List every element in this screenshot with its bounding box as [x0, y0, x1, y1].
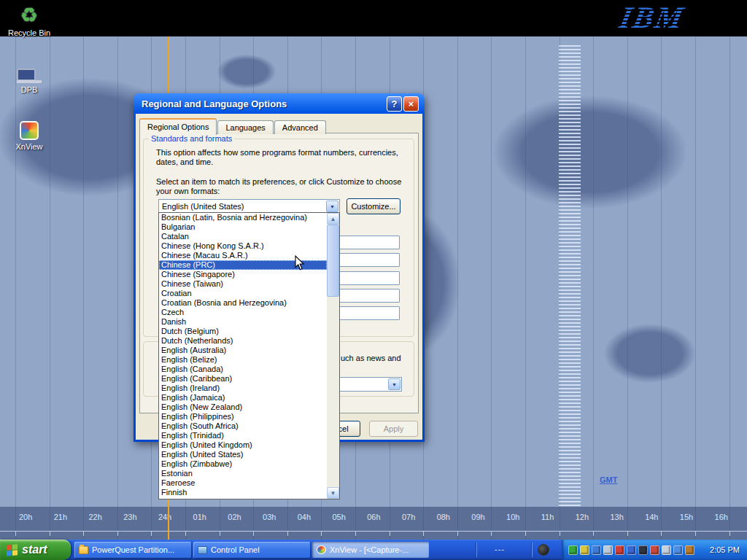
help-button[interactable]: ?: [387, 96, 402, 112]
language-option[interactable]: Bulgarian: [159, 222, 327, 232]
language-option[interactable]: Danish: [159, 317, 327, 327]
laptop-icon: [3, 60, 55, 83]
apply-button[interactable]: Apply: [369, 421, 418, 437]
location-text-fragment: uch as news and: [341, 354, 401, 363]
standards-instruction: Select an item to match its preferences,…: [156, 177, 411, 196]
scrollbar-thumb[interactable]: [327, 225, 339, 297]
tab-strip: Regional Options Languages Advanced: [139, 118, 327, 134]
close-button[interactable]: ×: [403, 96, 419, 112]
gmt-label: GMT: [600, 475, 617, 484]
language-option[interactable]: Czech: [159, 308, 327, 317]
dialog-titlebar[interactable]: Regional and Language Options ? ×: [136, 93, 422, 114]
shield-icon[interactable]: [568, 545, 578, 555]
language-option[interactable]: Estonian: [159, 469, 327, 478]
xnview-icon: [317, 545, 326, 554]
language-option[interactable]: Faeroese: [159, 478, 327, 488]
language-option[interactable]: English (Jamaica): [159, 393, 327, 402]
security-alert-icon[interactable]: [592, 545, 601, 555]
timezone-label: 22h: [88, 513, 101, 521]
recycle-bin-icon: ♻: [20, 4, 38, 26]
taskbar-button-label: XnView - [<Capture-...: [330, 545, 409, 554]
mouse-cursor: [295, 255, 305, 274]
taskbar-buttons: PowerQuest Partition...Control PanelXnVi…: [74, 542, 429, 558]
taskbar-button[interactable]: XnView - [<Capture-...: [312, 542, 429, 558]
timezone-label: 13h: [610, 513, 623, 521]
taskbar-clock[interactable]: 2:05 PM: [710, 545, 747, 554]
chevron-down-icon[interactable]: ▼: [388, 378, 400, 390]
language-option[interactable]: English (United States): [159, 450, 327, 459]
customize-button[interactable]: Customize...: [347, 198, 400, 214]
desktop-icon-recycle-bin[interactable]: ♻ Recycle Bin: [3, 3, 55, 37]
taskbar-button[interactable]: Control Panel: [193, 542, 310, 558]
language-option[interactable]: Finnish: [159, 488, 327, 497]
taskbar-segment-label[interactable]: ---: [495, 545, 505, 553]
update-icon[interactable]: [615, 545, 624, 555]
timezone-ticks: [0, 531, 747, 536]
language-option[interactable]: Catalan: [159, 232, 327, 241]
desktop-icon-label: Recycle Bin: [3, 28, 55, 37]
help-icon: ?: [392, 98, 398, 109]
date-line-hatch: [559, 45, 581, 507]
language-option[interactable]: English (Zimbabwe): [159, 459, 327, 469]
volume-icon[interactable]: [662, 545, 671, 555]
timezone-label: 01h: [193, 513, 206, 521]
timezone-label: 11h: [541, 513, 554, 521]
language-option[interactable]: English (United Kingdom): [159, 440, 327, 450]
close-icon: ×: [409, 98, 414, 109]
ibm-logo: IBM: [616, 0, 688, 35]
network-icon[interactable]: [627, 545, 636, 555]
timezone-label: 09h: [471, 513, 484, 521]
taskbar-tool-icon[interactable]: [538, 544, 549, 556]
language-option[interactable]: English (Philippines): [159, 412, 327, 421]
start-button-label: start: [22, 543, 47, 556]
taskbar-button-label: Control Panel: [211, 545, 260, 554]
language-option[interactable]: Dutch (Netherlands): [159, 336, 327, 346]
task-manager-icon[interactable]: [638, 545, 648, 555]
language-dropdown-list: Bosnian (Latin, Bosnia and Herzegovina)B…: [158, 212, 340, 499]
sync-icon[interactable]: [673, 545, 683, 555]
start-button[interactable]: start: [0, 540, 71, 560]
timezone-band: 20h21h22h23h24h01h02h03h04h05h06h07h08h0…: [0, 507, 747, 540]
control-panel-icon: [198, 546, 207, 554]
language-option[interactable]: English (Belize): [159, 355, 327, 365]
message-icon[interactable]: [650, 545, 659, 555]
tab-advanced[interactable]: Advanced: [274, 120, 326, 134]
folder-icon: [79, 546, 88, 554]
chevron-down-icon[interactable]: ▼: [326, 201, 338, 212]
scroll-down-icon[interactable]: ▼: [327, 487, 339, 499]
language-option[interactable]: English (South Africa): [159, 421, 327, 431]
timezone-label: 07h: [402, 513, 415, 521]
timezone-label: 02h: [228, 513, 241, 521]
language-option[interactable]: Dutch (Belgium): [159, 327, 327, 336]
timezone-label: 15h: [680, 513, 693, 521]
format-combobox-value: English (United States): [159, 202, 325, 211]
language-option[interactable]: English (Ireland): [159, 384, 327, 393]
power-icon[interactable]: [685, 545, 694, 555]
timezone-label: 24h: [158, 513, 171, 521]
desktop-icon-xnview[interactable]: XnView: [3, 117, 55, 151]
language-option[interactable]: English (Trinidad): [159, 431, 327, 440]
desktop-icon-label: XnView: [3, 142, 55, 151]
language-option[interactable]: Croatian: [159, 289, 327, 298]
tab-languages[interactable]: Languages: [217, 120, 273, 134]
timezone-label: 04h: [298, 513, 311, 521]
timezone-label: 06h: [367, 513, 380, 521]
list-scrollbar[interactable]: ▲ ▼: [327, 213, 339, 499]
language-option[interactable]: English (Caribbean): [159, 374, 327, 384]
system-tray: 2:05 PM: [562, 540, 747, 560]
language-option[interactable]: English (Canada): [159, 365, 327, 374]
taskbar-button[interactable]: PowerQuest Partition...: [74, 542, 191, 558]
language-option[interactable]: Chinese (Taiwan): [159, 279, 327, 289]
desktop-icon-dpb[interactable]: DPB: [3, 60, 55, 94]
language-option[interactable]: Croatian (Bosnia and Herzegovina): [159, 298, 327, 308]
display-icon[interactable]: [603, 545, 613, 555]
scroll-up-icon[interactable]: ▲: [327, 213, 339, 225]
language-option[interactable]: Bosnian (Latin, Bosnia and Herzegovina): [159, 213, 327, 222]
language-option[interactable]: English (New Zealand): [159, 402, 327, 412]
standards-group-title: Standards and formats: [149, 134, 234, 143]
key-icon[interactable]: [580, 545, 589, 555]
tab-regional-options[interactable]: Regional Options: [139, 118, 217, 135]
language-option[interactable]: English (Australia): [159, 346, 327, 355]
format-combobox[interactable]: English (United States) ▼: [158, 199, 340, 214]
language-option[interactable]: Chinese (Hong Kong S.A.R.): [159, 241, 327, 251]
